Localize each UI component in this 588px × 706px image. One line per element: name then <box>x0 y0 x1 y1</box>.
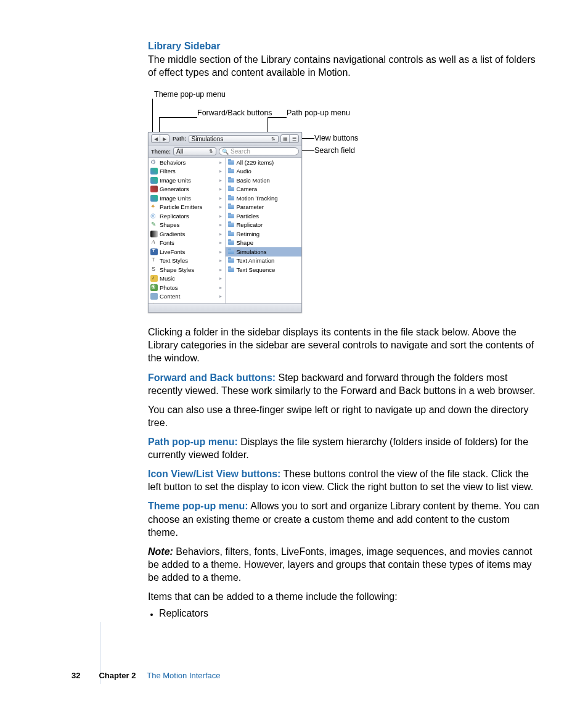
horizontal-scrollbar[interactable] <box>149 303 301 312</box>
list-item[interactable]: Image Units▸ <box>149 194 225 203</box>
swatch-icon <box>150 195 158 202</box>
folder-icon <box>227 248 235 255</box>
body-paragraph: Clicking a folder in the sidebar display… <box>148 326 542 364</box>
list-item-label: Generators <box>160 186 189 192</box>
disclosure-icon: ▸ <box>219 303 223 303</box>
disclosure-icon: ▸ <box>219 195 223 201</box>
note-text: Behaviors, filters, fonts, LiveFonts, im… <box>148 546 532 583</box>
page-number: 32 <box>71 671 80 680</box>
list-item-label: Simulations <box>237 248 267 255</box>
term-label: Path pop-up menu: <box>148 437 238 447</box>
term-label: Icon View/List View buttons: <box>148 469 280 479</box>
folder-icon <box>227 221 235 228</box>
list-item[interactable]: Fonts▸ <box>149 239 225 248</box>
chapter-title: The Motion Interface <box>147 671 220 680</box>
list-item[interactable]: Camera <box>226 185 302 194</box>
list-item-label: Text Animation <box>237 257 275 264</box>
category-column[interactable]: Behaviors▸Filters▸Image Units▸Generators… <box>149 158 226 303</box>
list-item[interactable]: Motion Tracking <box>226 194 302 203</box>
gear-icon <box>150 159 158 166</box>
list-item-label: Retiming <box>237 231 260 237</box>
list-item[interactable]: Text Styles▸ <box>149 257 225 266</box>
disclosure-icon: ▸ <box>219 249 223 255</box>
list-item[interactable]: Image Units▸ <box>149 176 225 185</box>
list-item[interactable]: Retiming <box>226 229 302 239</box>
theme-bar: Theme: All ⇅ 🔍 Search <box>149 146 301 158</box>
back-forward-buttons[interactable]: ◀ ▶ <box>151 134 169 143</box>
list-item-label: Filters <box>160 168 176 174</box>
list-item[interactable]: Basic Motion <box>226 176 302 185</box>
list-item[interactable]: Content▸ <box>149 292 225 302</box>
term-paragraph: Icon View/List View buttons: These butto… <box>148 467 542 493</box>
list-item-label: Text Sequence <box>237 266 276 273</box>
path-label: Path: <box>173 136 187 142</box>
folder-icon <box>227 239 235 246</box>
theme-popup-menu[interactable]: All ⇅ <box>173 147 216 155</box>
path-popup-menu[interactable]: Simulations ⇅ <box>189 135 279 143</box>
list-item[interactable]: Particle Emitters▸ <box>149 203 225 212</box>
term-paragraph: Theme pop-up menu: Allows you to sort an… <box>148 499 542 538</box>
bullet-item: Replicators <box>148 608 542 619</box>
pen <box>150 221 158 228</box>
callout-fwdback: Forward/Back buttons <box>197 109 272 117</box>
icon-view-icon: ▦ <box>281 135 290 142</box>
list-item[interactable]: Audio <box>226 167 302 176</box>
swatch-r <box>150 186 158 192</box>
list-item[interactable]: Generators▸ <box>149 185 225 194</box>
list-item[interactable]: Shape Styles▸ <box>149 265 225 274</box>
list-item-label: Shape <box>237 239 253 246</box>
path-bar: ◀ ▶ Path: Simulations ⇅ ▦ ☰ <box>149 133 301 146</box>
list-item[interactable]: Shapes▸ <box>149 221 225 230</box>
list-item[interactable]: Photos▸ <box>149 283 225 292</box>
library-sidebar-figure: Theme pop-up menu Forward/Back buttons P… <box>148 90 367 312</box>
search-field[interactable]: 🔍 Search <box>219 147 299 155</box>
list-item-label: All (229 items) <box>237 159 274 166</box>
list-item[interactable]: Music▸ <box>149 274 225 284</box>
disclosure-icon: ▸ <box>219 178 223 183</box>
callout-label: Path pop-up menu <box>287 109 350 117</box>
body-paragraph: You can also use a three-finger swipe le… <box>148 403 542 429</box>
folder-icon <box>227 168 235 174</box>
folder-icon <box>227 195 235 202</box>
list-item[interactable]: Filters▸ <box>149 167 225 176</box>
font-icon <box>150 239 158 246</box>
list-item[interactable]: Replicator <box>226 221 302 230</box>
list-item[interactable]: Text Sequence <box>226 265 302 274</box>
list-item-label: LiveFonts <box>160 248 185 255</box>
list-item-label: Camera <box>237 186 258 192</box>
view-buttons[interactable]: ▦ ☰ <box>280 134 299 143</box>
s-icon <box>150 266 158 273</box>
star-icon <box>150 302 158 303</box>
callout-label: Search field <box>314 146 355 155</box>
list-item-label: Gradients <box>160 231 185 237</box>
folder-icon <box>227 159 235 166</box>
subcategory-column[interactable]: All (229 items)AudioBasic MotionCameraMo… <box>226 158 302 303</box>
folder-icon <box>227 257 235 264</box>
list-item[interactable]: LiveFonts▸ <box>149 247 225 257</box>
list-item-label: Particles <box>237 213 259 220</box>
callout-view: View buttons <box>314 134 358 142</box>
list-item[interactable]: Replicators▸ <box>149 211 225 221</box>
sidebar-columns: Behaviors▸Filters▸Image Units▸Generators… <box>149 158 301 303</box>
disclosure-icon: ▸ <box>219 231 223 237</box>
list-item[interactable]: All (229 items) <box>226 158 302 167</box>
list-item[interactable]: Favorites▸ <box>149 301 225 303</box>
disclosure-icon: ▸ <box>219 204 223 210</box>
list-item[interactable]: Shape <box>226 239 302 248</box>
list-item[interactable]: Particles <box>226 211 302 221</box>
list-item[interactable]: Simulations <box>226 247 302 257</box>
search-icon: 🔍 <box>222 149 229 155</box>
callout-label: View buttons <box>314 134 358 142</box>
callout-theme: Theme pop-up menu <box>154 90 226 99</box>
list-item[interactable]: Text Animation <box>226 257 302 266</box>
folder-icon <box>227 231 235 237</box>
list-item[interactable]: Parameter <box>226 203 302 212</box>
term-label: Forward and Back buttons: <box>148 372 276 383</box>
list-item[interactable]: Behaviors▸ <box>149 158 225 167</box>
disclosure-icon: ▸ <box>219 276 223 281</box>
list-item[interactable]: Gradients▸ <box>149 229 225 239</box>
disclosure-icon: ▸ <box>219 213 223 219</box>
section-heading: Library Sidebar <box>148 41 542 52</box>
circle <box>150 213 158 220</box>
list-item-label: Photos <box>160 284 178 291</box>
